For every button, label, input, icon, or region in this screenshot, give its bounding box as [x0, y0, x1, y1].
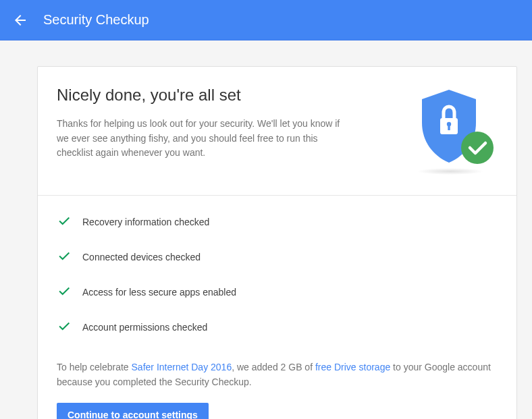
app-header: Security Checkup	[0, 0, 532, 40]
continue-button[interactable]: Continue to account settings	[57, 403, 209, 419]
card-header-text: Nicely done, you're all set Thanks for h…	[57, 86, 410, 173]
checkmark-icon	[57, 248, 72, 266]
svg-rect-2	[448, 125, 450, 130]
shield-shadow	[417, 168, 484, 175]
security-card: Nicely done, you're all set Thanks for h…	[37, 66, 517, 419]
checkmark-icon	[57, 213, 72, 231]
check-label: Connected devices checked	[82, 252, 201, 262]
check-label: Access for less secure apps enabled	[82, 287, 236, 298]
svg-point-3	[461, 132, 494, 164]
check-label: Recovery information checked	[82, 217, 209, 227]
safer-internet-day-link[interactable]: Safer Internet Day 2016	[132, 362, 232, 372]
footer-text: To help celebrate Safer Internet Day 201…	[38, 360, 516, 403]
checklist: Recovery information checked Connected d…	[38, 196, 516, 360]
shield-badge-illustration	[410, 86, 498, 173]
card-title: Nicely done, you're all set	[57, 86, 383, 105]
check-item: Connected devices checked	[57, 248, 498, 266]
free-drive-storage-link[interactable]: free Drive storage	[315, 362, 390, 372]
check-label: Account permissions checked	[82, 322, 207, 333]
footer-prefix: To help celebrate	[57, 362, 132, 372]
check-item: Access for less secure apps enabled	[57, 283, 498, 301]
button-row: Continue to account settings	[38, 403, 516, 419]
footer-mid: , we added 2 GB of	[232, 362, 315, 372]
content-area: Nicely done, you're all set Thanks for h…	[0, 40, 532, 419]
card-description: Thanks for helping us look out for your …	[57, 117, 340, 161]
page-title: Security Checkup	[43, 12, 149, 28]
back-arrow-icon[interactable]	[12, 12, 28, 28]
checkmark-icon	[57, 283, 72, 301]
checkmark-icon	[57, 318, 72, 336]
check-item: Account permissions checked	[57, 318, 498, 336]
check-item: Recovery information checked	[57, 213, 498, 231]
card-header-section: Nicely done, you're all set Thanks for h…	[38, 67, 516, 196]
